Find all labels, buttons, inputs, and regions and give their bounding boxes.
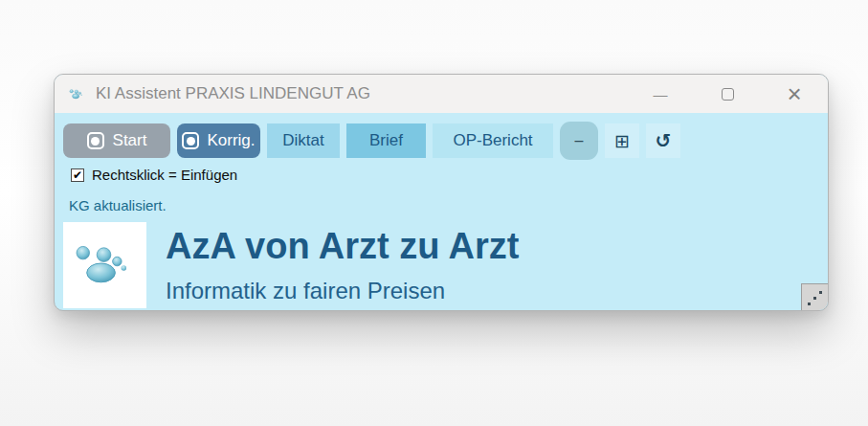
start-button-label: Start: [113, 131, 147, 150]
maximize-icon: [722, 88, 734, 101]
op-bericht-button[interactable]: OP-Bericht: [433, 123, 553, 158]
record-icon: [87, 132, 104, 149]
brand-logo: [63, 222, 146, 308]
korrig-button-label: Korrig.: [207, 131, 255, 150]
rightclick-checkbox-label: Rechtsklick = Einfügen: [92, 167, 237, 183]
start-button[interactable]: Start: [63, 123, 170, 158]
maximize-button[interactable]: [694, 75, 761, 113]
refresh-button[interactable]: ↺: [646, 123, 680, 158]
korrig-button[interactable]: Korrig.: [177, 123, 260, 158]
resize-grip[interactable]: [801, 283, 828, 310]
brand-block: AzA von Arzt zu Arzt Informatik zu faire…: [63, 222, 828, 308]
rightclick-checkbox[interactable]: ✔: [71, 168, 84, 182]
brand-subtitle: Informatik zu fairen Preisen: [166, 278, 519, 304]
minimize-icon: —: [654, 87, 668, 101]
minus-icon: –: [575, 132, 584, 149]
close-button[interactable]: ×: [761, 75, 828, 113]
record-icon: [182, 132, 199, 149]
window-title: KI Assistent PRAXIS LINDENGUT AG: [96, 84, 370, 103]
brand-text: AzA von Arzt zu Arzt Informatik zu faire…: [166, 222, 519, 308]
grid-icon: ⊞: [614, 132, 630, 150]
app-window: KI Assistent PRAXIS LINDENGUT AG — × Sta…: [54, 74, 829, 311]
refresh-icon: ↺: [656, 131, 672, 150]
diktat-button[interactable]: Diktat: [267, 123, 340, 158]
rightclick-option[interactable]: ✔ Rechtsklick = Einfügen: [71, 167, 828, 183]
minus-button[interactable]: –: [560, 122, 598, 160]
op-bericht-button-label: OP-Bericht: [453, 131, 532, 150]
toolbar: Start Korrig. Diktat Brief OP-Bericht – …: [63, 122, 828, 160]
brief-button[interactable]: Brief: [346, 123, 426, 158]
titlebar[interactable]: KI Assistent PRAXIS LINDENGUT AG — ×: [55, 75, 828, 113]
drops-logo-icon: [63, 222, 146, 308]
grid-button[interactable]: ⊞: [605, 123, 639, 158]
brand-heading: AzA von Arzt zu Arzt: [166, 227, 519, 265]
brief-button-label: Brief: [369, 131, 403, 150]
minimize-button[interactable]: —: [627, 75, 694, 113]
diktat-button-label: Diktat: [282, 131, 323, 150]
close-icon: ×: [787, 81, 801, 106]
status-text: KG aktualisiert.: [69, 197, 828, 213]
app-logo-icon: [66, 84, 87, 103]
check-icon: ✔: [73, 169, 82, 181]
